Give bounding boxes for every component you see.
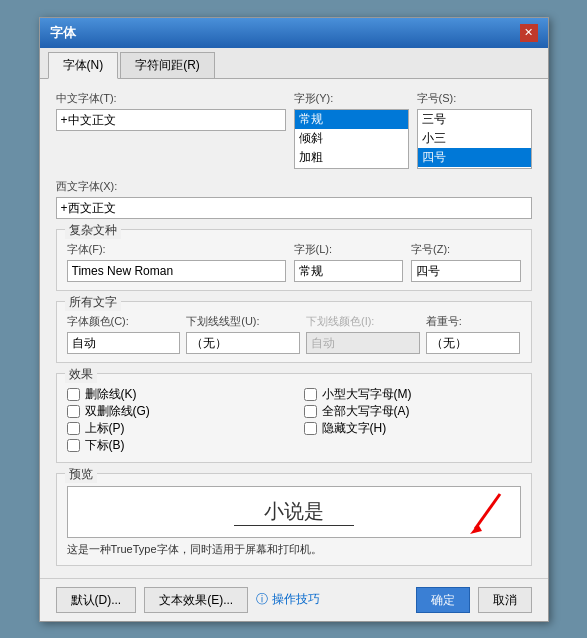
all-text-title: 所有文字 (65, 294, 121, 311)
text-effects-button[interactable]: 文本效果(E)... (144, 587, 248, 613)
underline-color-group: 下划线颜色(I): 自动 (306, 314, 420, 354)
chinese-font-row: 中文字体(T): +中文正文 字形(Y): 常规 倾斜 加粗 字号(S): (56, 91, 532, 169)
western-font-label: 西文字体(X): (56, 179, 532, 194)
tab-font[interactable]: 字体(N) (48, 52, 119, 79)
default-button[interactable]: 默认(D)... (56, 587, 137, 613)
dialog-title: 字体 (50, 24, 76, 42)
preview-title: 预览 (65, 466, 97, 483)
preview-section: 预览 小说是 这是一种TrueType字体，同时适用于屏幕和打印机。 (56, 473, 532, 566)
double-strikethrough-row: 双删除线(G) (67, 403, 284, 420)
complex-font-combo: Times New Roman (67, 260, 286, 282)
small-caps-checkbox[interactable] (304, 388, 317, 401)
font-style-group: 字形(Y): 常规 倾斜 加粗 (294, 91, 409, 169)
help-icon: ⓘ (256, 591, 268, 608)
style-option-regular[interactable]: 常规 (295, 110, 408, 129)
complex-font-group: 字体(F): Times New Roman (67, 242, 286, 282)
complex-section: 复杂文种 字体(F): Times New Roman 字形(L): 常规 (56, 229, 532, 291)
help-link[interactable]: ⓘ 操作技巧 (256, 591, 320, 608)
chinese-font-select[interactable]: +中文正文 (56, 109, 286, 131)
size-option-small3[interactable]: 小三 (418, 129, 531, 148)
underline-color-select[interactable]: 自动 (306, 332, 420, 354)
font-size-listbox[interactable]: 三号 小三 四号 小四 (417, 109, 532, 169)
all-caps-row: 全部大写字母(A) (304, 403, 521, 420)
complex-font-select[interactable]: Times New Roman (67, 260, 286, 282)
underline-type-label: 下划线线型(U): (186, 314, 300, 329)
font-size-label: 字号(S): (417, 91, 532, 106)
underline-color-combo: 自动 (306, 332, 420, 354)
complex-size-combo: 四号 (411, 260, 521, 282)
complex-size-group: 字号(Z): 四号 (411, 242, 521, 282)
complex-title: 复杂文种 (65, 222, 121, 239)
font-color-select[interactable]: 自动 (67, 332, 181, 354)
size-option-small4[interactable]: 小四 (418, 167, 531, 169)
effects-title: 效果 (65, 366, 97, 383)
ok-button[interactable]: 确定 (416, 587, 470, 613)
all-caps-label: 全部大写字母(A) (322, 403, 410, 420)
small-caps-label: 小型大写字母(M) (322, 386, 412, 403)
underline-color-label: 下划线颜色(I): (306, 314, 420, 329)
complex-style-select[interactable]: 常规 (294, 260, 404, 282)
western-font-group: 西文字体(X): +西文正文 (56, 179, 532, 219)
dialog-footer: 默认(D)... 文本效果(E)... ⓘ 操作技巧 确定 取消 (40, 578, 548, 621)
emphasis-label: 着重号: (426, 314, 521, 329)
effects-section: 效果 删除线(K) 双删除线(G) 上标(P) (56, 373, 532, 463)
preview-note: 这是一种TrueType字体，同时适用于屏幕和打印机。 (67, 542, 521, 557)
emphasis-select[interactable]: （无） (426, 332, 521, 354)
preview-box: 小说是 (67, 486, 521, 538)
superscript-label: 上标(P) (85, 420, 125, 437)
style-option-italic[interactable]: 倾斜 (295, 129, 408, 148)
hidden-label: 隐藏文字(H) (322, 420, 387, 437)
double-strikethrough-checkbox[interactable] (67, 405, 80, 418)
complex-row: 字体(F): Times New Roman 字形(L): 常规 (67, 242, 521, 282)
superscript-row: 上标(P) (67, 420, 284, 437)
subscript-checkbox[interactable] (67, 439, 80, 452)
underline-type-group: 下划线线型(U): （无） (186, 314, 300, 354)
underline-type-select[interactable]: （无） (186, 332, 300, 354)
effects-left: 删除线(K) 双删除线(G) 上标(P) 下标(B) (67, 386, 284, 454)
all-caps-checkbox[interactable] (304, 405, 317, 418)
complex-size-label: 字号(Z): (411, 242, 521, 257)
style-option-bold[interactable]: 加粗 (295, 148, 408, 167)
strikethrough-checkbox[interactable] (67, 388, 80, 401)
complex-style-label: 字形(L): (294, 242, 404, 257)
all-text-row: 字体颜色(C): 自动 下划线线型(U): （无） (67, 314, 521, 354)
close-button[interactable]: ✕ (520, 24, 538, 42)
size-option-3[interactable]: 三号 (418, 110, 531, 129)
svg-line-0 (475, 494, 500, 529)
chinese-font-group: 中文字体(T): +中文正文 (56, 91, 286, 169)
effects-right: 小型大写字母(M) 全部大写字母(A) 隐藏文字(H) (304, 386, 521, 454)
complex-style-combo: 常规 (294, 260, 404, 282)
small-caps-row: 小型大写字母(M) (304, 386, 521, 403)
complex-font-label: 字体(F): (67, 242, 286, 257)
western-font-combo: +西文正文 (56, 197, 532, 219)
titlebar: 字体 ✕ (40, 18, 548, 48)
tab-spacing[interactable]: 字符间距(R) (120, 52, 215, 78)
western-font-select[interactable]: +西文正文 (56, 197, 532, 219)
tab-bar: 字体(N) 字符间距(R) (40, 48, 548, 79)
chinese-font-combo: +中文正文 (56, 109, 286, 131)
font-color-label: 字体颜色(C): (67, 314, 181, 329)
font-color-group: 字体颜色(C): 自动 (67, 314, 181, 354)
font-size-group: 字号(S): 三号 小三 四号 小四 (417, 91, 532, 169)
size-option-4[interactable]: 四号 (418, 148, 531, 167)
preview-text: 小说是 (234, 498, 354, 526)
superscript-checkbox[interactable] (67, 422, 80, 435)
red-arrow-icon (460, 489, 510, 539)
complex-style-group: 字形(L): 常规 (294, 242, 404, 282)
subscript-row: 下标(B) (67, 437, 284, 454)
effects-grid: 删除线(K) 双删除线(G) 上标(P) 下标(B) (67, 386, 521, 454)
font-style-listbox[interactable]: 常规 倾斜 加粗 (294, 109, 409, 169)
hidden-checkbox[interactable] (304, 422, 317, 435)
chinese-font-label: 中文字体(T): (56, 91, 286, 106)
help-label: 操作技巧 (272, 591, 320, 608)
underline-type-combo: （无） (186, 332, 300, 354)
emphasis-combo: （无） (426, 332, 521, 354)
font-style-label: 字形(Y): (294, 91, 409, 106)
complex-size-select[interactable]: 四号 (411, 260, 521, 282)
emphasis-group: 着重号: （无） (426, 314, 521, 354)
strikethrough-row: 删除线(K) (67, 386, 284, 403)
hidden-row: 隐藏文字(H) (304, 420, 521, 437)
all-text-section: 所有文字 字体颜色(C): 自动 下划线线型(U): （无） (56, 301, 532, 363)
subscript-label: 下标(B) (85, 437, 125, 454)
cancel-button[interactable]: 取消 (478, 587, 532, 613)
